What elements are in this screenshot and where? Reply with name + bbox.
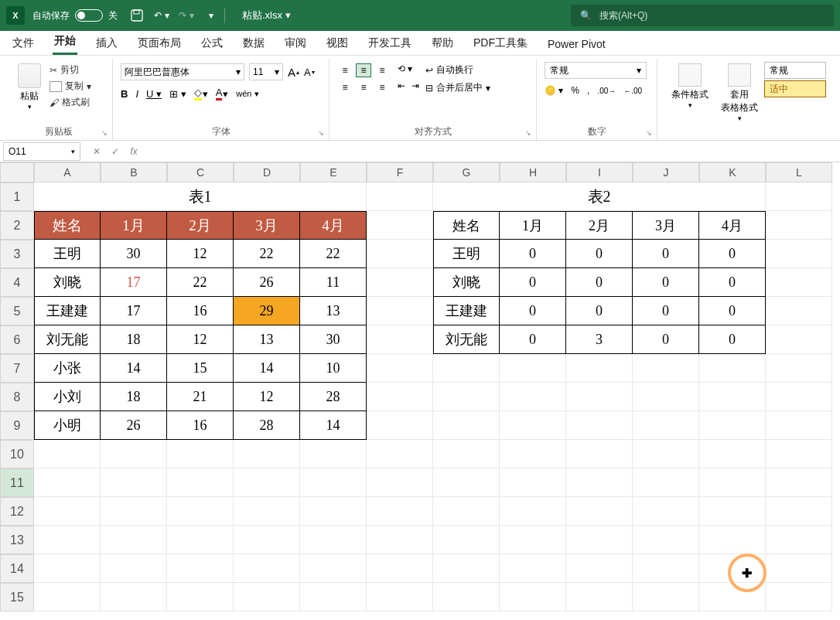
- cell[interactable]: [766, 182, 832, 211]
- cell[interactable]: [367, 211, 433, 240]
- cell[interactable]: 刘晓: [34, 268, 101, 297]
- cell[interactable]: 12: [167, 240, 234, 268]
- cell[interactable]: 1月: [500, 211, 566, 240]
- decrease-indent-icon[interactable]: ⇤: [398, 80, 405, 91]
- cell[interactable]: [699, 526, 766, 554]
- column-header-D[interactable]: D: [234, 162, 300, 182]
- number-format-select[interactable]: 常规▾: [545, 62, 647, 79]
- cell[interactable]: 0: [566, 268, 633, 297]
- cell[interactable]: [167, 440, 234, 468]
- cell[interactable]: [566, 411, 633, 440]
- tab-pdf[interactable]: PDF工具集: [472, 32, 529, 55]
- cell[interactable]: [699, 554, 766, 583]
- cell[interactable]: [566, 583, 633, 611]
- cell[interactable]: 刘无能: [433, 325, 500, 354]
- cell[interactable]: [566, 526, 633, 554]
- cell[interactable]: [766, 526, 832, 554]
- cell[interactable]: [566, 468, 633, 497]
- cell[interactable]: [566, 497, 633, 526]
- cell[interactable]: 13: [234, 325, 300, 354]
- cell[interactable]: [633, 526, 699, 554]
- cell[interactable]: 15: [167, 354, 234, 383]
- row-header-12[interactable]: 12: [0, 497, 34, 526]
- font-size-select[interactable]: 11▾: [249, 63, 283, 80]
- cell[interactable]: [766, 554, 832, 583]
- column-header-K[interactable]: K: [699, 162, 766, 182]
- cell[interactable]: 王明: [34, 240, 101, 268]
- cell[interactable]: [500, 583, 566, 611]
- cell[interactable]: [500, 468, 566, 497]
- cell[interactable]: [633, 383, 699, 411]
- cell[interactable]: [433, 583, 500, 611]
- cell[interactable]: [34, 468, 101, 497]
- cell[interactable]: [500, 411, 566, 440]
- row-header-15[interactable]: 15: [0, 583, 34, 611]
- qat-more-icon[interactable]: ▾: [201, 5, 221, 26]
- cell[interactable]: [633, 554, 699, 583]
- tab-home[interactable]: 开始: [53, 29, 77, 55]
- cell[interactable]: 王明: [433, 240, 500, 268]
- cell[interactable]: 4月: [300, 211, 367, 240]
- cell[interactable]: 14: [234, 354, 300, 383]
- cell[interactable]: [500, 554, 566, 583]
- fill-color-button[interactable]: ◇ ▾: [194, 87, 208, 100]
- cell[interactable]: [766, 211, 832, 240]
- formula-input[interactable]: [147, 142, 840, 161]
- paste-button[interactable]: 粘贴 ▾: [12, 60, 46, 111]
- cell[interactable]: 0: [633, 297, 699, 325]
- filename[interactable]: 粘贴.xlsx ▾: [242, 9, 291, 22]
- column-header-B[interactable]: B: [101, 162, 167, 182]
- row-header-4[interactable]: 4: [0, 268, 34, 297]
- font-color-button[interactable]: A ▾: [216, 87, 229, 100]
- tab-dev[interactable]: 开发工具: [367, 32, 413, 55]
- cell[interactable]: 30: [300, 325, 367, 354]
- cell[interactable]: 2月: [566, 211, 633, 240]
- cell[interactable]: 0: [566, 240, 633, 268]
- cell[interactable]: [367, 554, 433, 583]
- cell[interactable]: 18: [101, 383, 167, 411]
- cell[interactable]: 22: [234, 240, 300, 268]
- cell[interactable]: [300, 468, 367, 497]
- cell[interactable]: [367, 468, 433, 497]
- column-header-J[interactable]: J: [633, 162, 699, 182]
- merge-center-button[interactable]: ⊟合并后居中 ▾: [425, 81, 490, 94]
- row-header-2[interactable]: 2: [0, 211, 34, 240]
- column-header-A[interactable]: A: [34, 162, 101, 182]
- cell[interactable]: 0: [500, 240, 566, 268]
- cell[interactable]: [300, 583, 367, 611]
- cell[interactable]: [500, 383, 566, 411]
- cell[interactable]: 22: [300, 240, 367, 268]
- cell[interactable]: [500, 497, 566, 526]
- cell[interactable]: [633, 411, 699, 440]
- font-name-select[interactable]: 阿里巴巴普惠体▾: [121, 63, 244, 80]
- cell[interactable]: [766, 297, 832, 325]
- tab-insert[interactable]: 插入: [94, 32, 119, 55]
- cell[interactable]: 28: [234, 411, 300, 440]
- cell[interactable]: 0: [633, 240, 699, 268]
- conditional-format-button[interactable]: 条件格式▾: [665, 60, 715, 138]
- cell[interactable]: [566, 440, 633, 468]
- row-header-7[interactable]: 7: [0, 354, 34, 383]
- cell[interactable]: [633, 583, 699, 611]
- cell[interactable]: [766, 240, 832, 268]
- cell[interactable]: 王建建: [433, 297, 500, 325]
- row-header-1[interactable]: 1: [0, 182, 34, 211]
- clipboard-dialog-icon[interactable]: ↘: [101, 129, 108, 137]
- cell[interactable]: [367, 497, 433, 526]
- cancel-formula-icon[interactable]: ✕: [88, 143, 105, 160]
- font-dialog-icon[interactable]: ↘: [318, 129, 324, 137]
- cell[interactable]: 2月: [167, 211, 234, 240]
- cell[interactable]: 0: [699, 240, 766, 268]
- cell[interactable]: [167, 468, 234, 497]
- currency-icon[interactable]: 🪙 ▾: [545, 85, 563, 96]
- cell[interactable]: 14: [101, 354, 167, 383]
- row-header-3[interactable]: 3: [0, 240, 34, 268]
- wrap-text-button[interactable]: ↩自动换行: [425, 63, 490, 77]
- cell[interactable]: [433, 354, 500, 383]
- cell[interactable]: [766, 497, 832, 526]
- cell[interactable]: [633, 440, 699, 468]
- cell[interactable]: [699, 440, 766, 468]
- cell[interactable]: [433, 411, 500, 440]
- align-middle-icon[interactable]: ≡: [356, 63, 371, 77]
- cell[interactable]: 姓名: [433, 211, 500, 240]
